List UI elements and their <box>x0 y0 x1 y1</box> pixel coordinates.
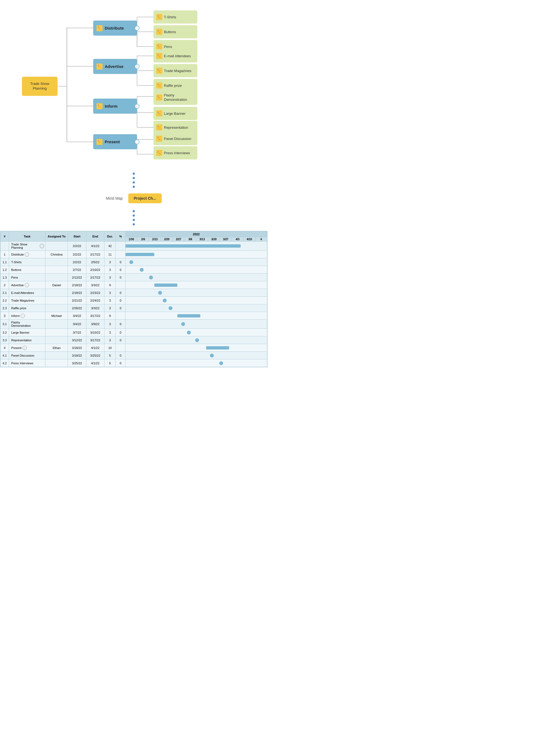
mindmap-section: Trade Show Planning ✏️ Distribute − ✏️ T… <box>0 0 268 170</box>
collapse-distribute[interactable]: − <box>134 26 139 31</box>
leaf-buttons[interactable]: ✏️ Buttons <box>154 25 197 38</box>
edit-icon-pens: ✏️ <box>156 43 162 50</box>
cell-end: 3/17/22 <box>86 337 104 344</box>
leaf-trade-magazines[interactable]: ✏️ Trade Magazines <box>154 64 197 77</box>
collapse-inform[interactable]: − <box>134 104 139 109</box>
mid-label-present: Present <box>105 139 120 144</box>
cell-assigned <box>45 329 68 337</box>
collapse-advertise[interactable]: − <box>134 64 139 69</box>
date-3: 2/13 <box>149 237 161 242</box>
cell-start: 3/18/22 <box>68 352 86 359</box>
collapse-btn[interactable]: − <box>20 314 25 318</box>
leaf-flashy[interactable]: ✏️ Flashy Demonstration <box>154 90 197 105</box>
gantt-dot <box>187 331 191 335</box>
tab-bar: Mind Map Project Ch... <box>0 191 268 207</box>
date-4: 2/20 <box>161 237 173 242</box>
col-pct-header: % <box>116 231 126 242</box>
collapse-btn[interactable]: − <box>22 346 27 350</box>
collapse-present[interactable]: − <box>134 139 139 144</box>
edit-icon-trade: ✏️ <box>156 68 162 74</box>
cell-num: 3.1 <box>1 320 9 329</box>
dots-top <box>0 170 268 191</box>
cell-chart <box>126 258 267 266</box>
edit-icon-distribute: ✏️ <box>97 25 102 31</box>
mid-label-advertise: Advertise <box>105 64 123 69</box>
cell-assigned <box>45 242 68 251</box>
leaf-label-pens: Pens <box>164 45 172 49</box>
cell-pct: 0 <box>116 258 126 266</box>
cell-assigned: Daniel <box>45 281 68 289</box>
cell-dur: 3 <box>104 274 116 281</box>
cell-assigned <box>45 337 68 344</box>
cell-chart <box>126 289 267 297</box>
cell-dur: 9 <box>104 312 116 320</box>
col-num-header: # <box>1 231 9 242</box>
cell-pct: 0 <box>116 297 126 304</box>
dot-6 <box>133 214 135 217</box>
cell-chart <box>126 352 267 359</box>
leaf-label-flashy: Flashy Demonstration <box>164 93 195 102</box>
cell-num: 1 <box>1 251 9 258</box>
cell-start: 2/7/22 <box>68 266 86 274</box>
gantt-bar <box>177 314 200 317</box>
date-6: 3/6 <box>184 237 196 242</box>
cell-assigned <box>45 359 68 367</box>
cell-task: Large Banner <box>9 329 45 337</box>
cell-chart <box>126 297 267 304</box>
leaf-label-buttons: Buttons <box>164 30 176 34</box>
cell-end: 4/1/22 <box>86 344 104 352</box>
gantt-dot <box>210 354 214 358</box>
root-node[interactable]: Trade Show Planning <box>22 77 58 96</box>
tab-project-charter[interactable]: Project Ch... <box>128 193 162 203</box>
collapse-btn[interactable]: − <box>25 252 29 256</box>
edit-icon-inform: ✏️ <box>97 103 102 109</box>
cell-chart <box>126 266 267 274</box>
cell-task: T-Shirts <box>9 258 45 266</box>
cell-dur: 9 <box>104 281 116 289</box>
leaf-tshirts[interactable]: ✏️ T-Shirts <box>154 11 197 24</box>
cell-dur: 5 <box>104 359 116 367</box>
mid-node-present[interactable]: ✏️ Present − <box>93 134 137 149</box>
cell-num: 2 <box>1 281 9 289</box>
mid-node-advertise[interactable]: ✏️ Advertise − <box>93 59 137 74</box>
cell-start: 3/25/22 <box>68 359 86 367</box>
cell-task: Raffle prize <box>9 304 45 312</box>
gantt-section: # Task Assigned To Start End Dur. % 2022… <box>0 231 268 367</box>
edit-icon-press: ✏️ <box>156 150 162 156</box>
date-1: 1/30 <box>126 237 137 242</box>
leaf-label-raffle: Raffle prize <box>164 84 182 88</box>
cell-task: E-mail Attendees <box>9 289 45 297</box>
edit-icon-raffle: ✏️ <box>156 82 162 89</box>
cell-assigned <box>45 274 68 281</box>
collapse-btn[interactable]: − <box>25 283 29 287</box>
leaf-banner[interactable]: ✏️ Large Banner <box>154 107 197 120</box>
cell-start: 3/12/22 <box>68 337 86 344</box>
leaf-panel[interactable]: ✏️ Panel Discussion <box>154 132 197 145</box>
leaf-label-email: E-mail Attendees <box>164 54 191 58</box>
cell-pct: 0 <box>116 329 126 337</box>
cell-assigned <box>45 258 68 266</box>
gantt-dot <box>181 322 185 326</box>
gantt-dot <box>219 361 223 365</box>
cell-start: 3/7/22 <box>68 329 86 337</box>
dot-1 <box>133 173 135 175</box>
cell-assigned <box>45 304 68 312</box>
edit-icon-buttons: ✏️ <box>156 29 162 35</box>
cell-pct <box>116 242 126 251</box>
cell-chart <box>126 281 267 289</box>
cell-end: 2/23/22 <box>86 289 104 297</box>
gantt-bar <box>154 284 177 287</box>
table-row: 1Distribute−Christina2/2/222/17/2211 <box>1 251 267 258</box>
mid-node-distribute[interactable]: ✏️ Distribute − <box>93 20 137 36</box>
cell-start: 3/4/22 <box>68 312 86 320</box>
cell-start: 2/12/22 <box>68 274 86 281</box>
cell-assigned: Michael <box>45 312 68 320</box>
leaf-press[interactable]: ✏️ Press Interviews <box>154 146 197 159</box>
leaf-email-attendees[interactable]: ✏️ E-mail Attendees <box>154 49 197 63</box>
cell-pct: 0 <box>116 304 126 312</box>
gantt-dot <box>129 260 133 264</box>
svg-line-14 <box>137 17 154 28</box>
collapse-btn[interactable]: − <box>40 244 44 248</box>
gantt-table: # Task Assigned To Start End Dur. % 2022… <box>0 231 267 367</box>
mid-node-inform[interactable]: ✏️ Inform − <box>93 98 137 114</box>
